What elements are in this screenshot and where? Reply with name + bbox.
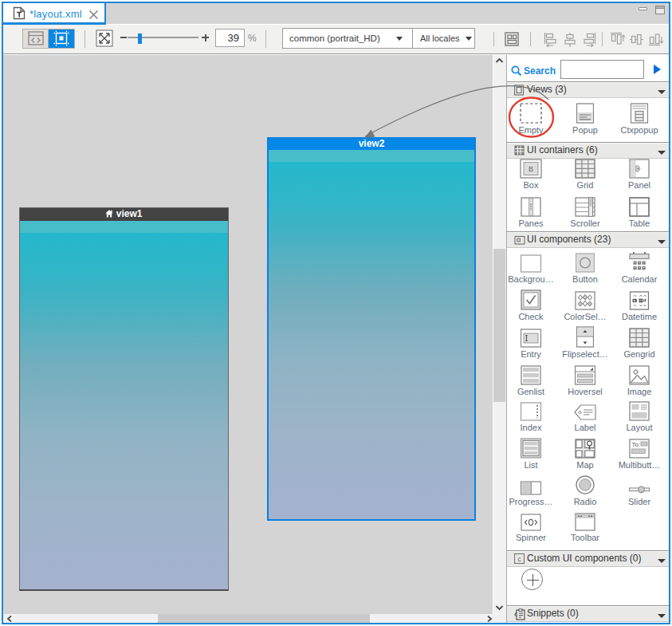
- svg-text:B: B: [529, 165, 533, 173]
- svg-text:c: c: [517, 555, 521, 563]
- svg-text:To:: To:: [632, 441, 641, 448]
